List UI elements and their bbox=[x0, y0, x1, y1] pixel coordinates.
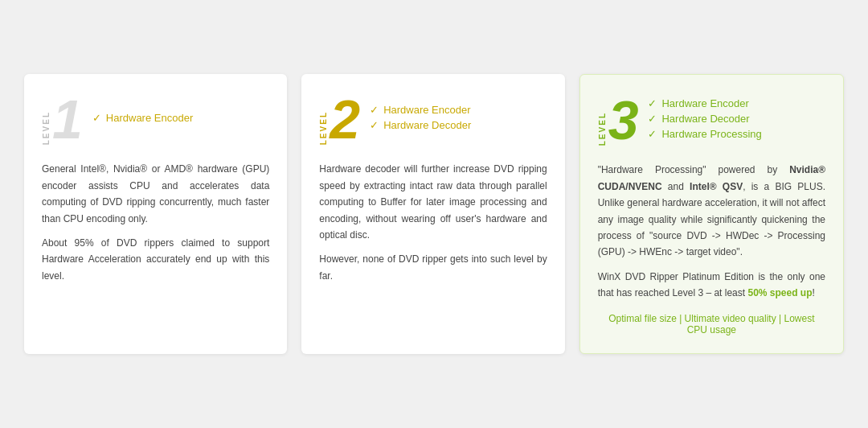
card3-tagline: Optimal file size | Ultimate video quali… bbox=[598, 313, 825, 335]
level1-feature-1: ✓ Hardware Encoder bbox=[92, 112, 193, 124]
check-icon-1: ✓ bbox=[92, 112, 101, 124]
feature-label-3c: Hardware Processing bbox=[661, 128, 761, 140]
main-container: Level 1 ✓ Hardware Encoder General Intel… bbox=[0, 42, 868, 385]
check-icon-2a: ✓ bbox=[370, 104, 379, 116]
check-icon-3b: ✓ bbox=[648, 113, 657, 125]
level2-feature-2: ✓ Hardware Decoder bbox=[370, 119, 471, 131]
card2-para2: However, none of DVD ripper gets into su… bbox=[319, 251, 547, 284]
level3-label: Level bbox=[598, 112, 607, 146]
level3-num-wrap: Level 3 bbox=[598, 93, 639, 147]
card3-para2: WinX DVD Ripper Platinum Edition is the … bbox=[598, 269, 825, 302]
level1-card: Level 1 ✓ Hardware Encoder General Intel… bbox=[24, 74, 287, 353]
level3-feature-3: ✓ Hardware Processing bbox=[648, 128, 761, 140]
level3-feature-1: ✓ Hardware Encoder bbox=[648, 97, 761, 109]
feature-label-2a: Hardware Encoder bbox=[383, 104, 470, 116]
intel-bold: Intel® QSV bbox=[690, 181, 743, 192]
card3-body: "Hardware Processing" powered by Nvidia®… bbox=[598, 162, 825, 301]
feature-label-3b: Hardware Decoder bbox=[661, 113, 749, 125]
level1-number: 1 bbox=[52, 92, 83, 146]
level3-feature-2: ✓ Hardware Decoder bbox=[648, 113, 761, 125]
card3-para1: "Hardware Processing" powered by Nvidia®… bbox=[598, 162, 825, 260]
level3-number: 3 bbox=[608, 93, 639, 147]
feature-label-2b: Hardware Decoder bbox=[383, 119, 471, 131]
level2-number: 2 bbox=[330, 92, 360, 146]
card1-header: Level 1 ✓ Hardware Encoder bbox=[42, 92, 269, 146]
level2-label: Level bbox=[319, 111, 328, 145]
check-icon-3a: ✓ bbox=[648, 97, 657, 109]
card1-para2: About 95% of DVD rippers claimed to supp… bbox=[42, 235, 269, 284]
card3-header: Level 3 ✓ Hardware Encoder ✓ Hardware De… bbox=[598, 93, 825, 147]
level1-label: Level bbox=[42, 111, 51, 145]
speed-highlight: 50% speed up bbox=[747, 287, 812, 298]
level2-card: Level 2 ✓ Hardware Encoder ✓ Hardware De… bbox=[301, 74, 564, 353]
card1-para1: General Intel®, Nvidia® or AMD® hardware… bbox=[42, 161, 269, 227]
check-icon-2b: ✓ bbox=[370, 119, 379, 131]
level3-features: ✓ Hardware Encoder ✓ Hardware Decoder ✓ … bbox=[648, 97, 761, 143]
level2-feature-1: ✓ Hardware Encoder bbox=[370, 104, 471, 116]
card2-body: Hardware decoder will further increase D… bbox=[319, 161, 547, 284]
card2-header: Level 2 ✓ Hardware Encoder ✓ Hardware De… bbox=[319, 92, 547, 146]
card2-para1: Hardware decoder will further increase D… bbox=[319, 161, 547, 243]
card1-body: General Intel®, Nvidia® or AMD® hardware… bbox=[42, 161, 269, 284]
level1-features: ✓ Hardware Encoder bbox=[92, 112, 193, 127]
level3-card: Level 3 ✓ Hardware Encoder ✓ Hardware De… bbox=[579, 74, 844, 353]
level1-num-wrap: Level 1 bbox=[42, 92, 83, 146]
feature-label-1: Hardware Encoder bbox=[106, 112, 193, 124]
check-icon-3c: ✓ bbox=[648, 128, 657, 140]
level2-num-wrap: Level 2 bbox=[319, 92, 360, 146]
feature-label-3a: Hardware Encoder bbox=[661, 97, 748, 109]
level2-features: ✓ Hardware Encoder ✓ Hardware Decoder bbox=[370, 104, 471, 134]
